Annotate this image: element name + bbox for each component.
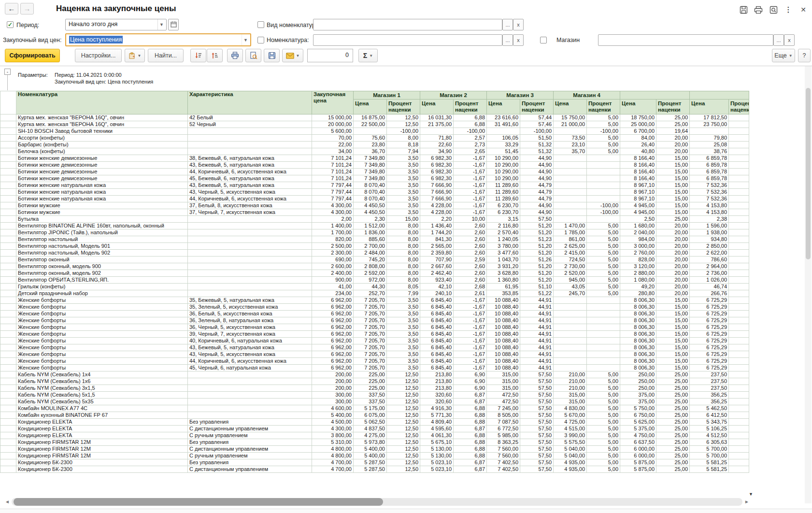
cell-value[interactable]: 3,50 — [387, 338, 420, 344]
period-combobox[interactable]: Начало этого дня ▼ — [65, 19, 167, 30]
cell-value[interactable]: 51,23 — [520, 236, 554, 243]
cell-value[interactable] — [729, 392, 749, 399]
cell-value[interactable]: 690,00 — [312, 256, 354, 263]
cell-value[interactable]: 7 666,90 — [420, 196, 454, 202]
nomenclature-select-button[interactable]: ... — [502, 34, 513, 46]
cell-value[interactable]: 57,50 — [520, 459, 554, 466]
cell-value[interactable]: -100,00 — [520, 128, 554, 135]
cell-value[interactable]: 972,00 — [354, 277, 387, 284]
cell-value[interactable]: 4 061,30 — [420, 432, 454, 439]
cell-value[interactable]: 2 462,40 — [420, 270, 454, 277]
table-row[interactable]: Ассорти (конфеты)70,0075,608,0071,802,57… — [0, 135, 749, 142]
cell-value[interactable]: -1,67 — [454, 202, 487, 209]
cell-value[interactable]: 16 031,30 — [420, 114, 454, 121]
cell-nomenclature[interactable]: Барбарис (конфеты) — [16, 142, 188, 148]
table-row[interactable]: Женские ботфорты35, Бежевый, 5, натураль… — [0, 297, 749, 304]
cell-value[interactable]: 15,00 — [656, 311, 690, 317]
cell-value[interactable]: 1 785,00 — [554, 229, 587, 236]
cell-value[interactable]: 6 845,40 — [420, 297, 454, 304]
table-row[interactable]: Ботинки женские натуральная кожа44, Кори… — [0, 196, 749, 202]
group-header-store4[interactable]: Магазин 4 — [554, 91, 620, 100]
cell-value[interactable]: 6,87 — [454, 459, 487, 466]
cell-value[interactable]: 10 088,40 — [487, 351, 520, 358]
cell-value[interactable]: 3,50 — [387, 209, 420, 216]
cell-value[interactable]: 6 982,30 — [420, 175, 454, 182]
cell-nomenclature[interactable]: Кабель NYM (Севкабель) 1x4 — [16, 371, 188, 378]
chevron-down-icon[interactable]: ▼ — [242, 34, 249, 45]
cell-value[interactable]: 8,00 — [387, 243, 420, 250]
cell-value[interactable]: 23,80 — [354, 142, 387, 148]
cell-value[interactable]: 4 228,00 — [420, 209, 454, 216]
cell-characteristic[interactable] — [188, 371, 312, 378]
cell-value[interactable]: 12,50 — [387, 114, 420, 121]
cell-value[interactable]: 3,50 — [387, 189, 420, 196]
cell-characteristic[interactable] — [188, 250, 312, 256]
cell-value[interactable]: 6 962,00 — [312, 338, 354, 344]
cell-value[interactable]: 4 515,00 — [554, 426, 587, 432]
cell-value[interactable]: 6 725,29 — [690, 324, 729, 331]
cell-value[interactable]: 57,50 — [520, 412, 554, 419]
cell-value[interactable] — [729, 290, 749, 297]
cell-value[interactable]: 5 106,25 — [690, 426, 729, 432]
cell-value[interactable] — [554, 331, 587, 338]
cell-value[interactable] — [587, 169, 620, 175]
cell-value[interactable]: 23 750,00 — [690, 121, 729, 128]
cell-value[interactable]: 5,00 — [587, 459, 620, 466]
table-row[interactable]: SH-10 BOSCH Завод бытовой техники5 600,0… — [0, 128, 749, 135]
cell-value[interactable]: 12,50 — [387, 426, 420, 432]
cell-nomenclature[interactable]: Комбайн кухонный BINATONE FP 67 — [16, 412, 188, 419]
cell-value[interactable]: 7 101,24 — [312, 175, 354, 182]
cell-value[interactable] — [554, 344, 587, 351]
cell-value[interactable]: 6 962,00 — [312, 331, 354, 338]
cell-value[interactable] — [587, 317, 620, 324]
cell-nomenclature[interactable]: Кондиционер FIRMSTAR 12M — [16, 439, 188, 446]
cell-characteristic[interactable]: 43, Черный, 5, искусственная кожа — [188, 351, 312, 358]
cell-value[interactable]: 8,00 — [387, 229, 420, 236]
cell-value[interactable]: 1 512,00 — [354, 223, 387, 229]
cell-characteristic[interactable]: 36, Белый, 5, искусственная кожа — [188, 311, 312, 317]
cell-characteristic[interactable] — [188, 270, 312, 277]
cell-value[interactable]: 5 040,00 — [554, 446, 587, 453]
cell-value[interactable]: 12,50 — [387, 466, 420, 473]
nomenclature-clear-button[interactable]: x — [513, 34, 524, 46]
cell-value[interactable] — [729, 128, 749, 135]
cell-value[interactable] — [487, 128, 520, 135]
cell-value[interactable]: -100,00 — [387, 128, 420, 135]
cell-value[interactable]: 5 670,00 — [554, 412, 587, 419]
cell-value[interactable]: 12,50 — [387, 371, 420, 378]
preview-button[interactable] — [245, 49, 261, 62]
cell-value[interactable]: 12,50 — [387, 459, 420, 466]
cell-value[interactable]: 200,00 — [312, 385, 354, 392]
cell-value[interactable] — [729, 459, 749, 466]
cell-value[interactable]: 25,00 — [656, 459, 690, 466]
cell-value[interactable] — [729, 223, 749, 229]
table-row[interactable]: Барбарис (конфеты)22,0023,808,1822,602,7… — [0, 142, 749, 148]
cell-value[interactable]: 44,91 — [520, 338, 554, 344]
cell-value[interactable]: 15,00 — [656, 317, 690, 324]
cell-value[interactable]: 7 087,50 — [487, 419, 520, 426]
cell-value[interactable]: 1 680,00 — [620, 223, 656, 229]
help-button[interactable]: ? — [798, 49, 811, 62]
cell-value[interactable]: 5 985,00 — [487, 432, 520, 439]
cell-value[interactable]: 7 101,24 — [312, 155, 354, 162]
cell-value[interactable]: 5 400,00 — [354, 453, 387, 459]
cell-value[interactable]: 15,00 — [656, 169, 690, 175]
cell-value[interactable]: 4 830,00 — [554, 405, 587, 412]
column-header-price[interactable]: Цена — [620, 100, 656, 114]
cell-value[interactable]: 5 700,00 — [690, 453, 729, 459]
cell-characteristic[interactable] — [188, 399, 312, 405]
cell-value[interactable]: 3,50 — [387, 196, 420, 202]
cell-value[interactable] — [729, 277, 749, 284]
cell-value[interactable]: 8 006,30 — [620, 317, 656, 324]
column-header-price[interactable]: Цена — [487, 100, 520, 114]
cell-value[interactable] — [729, 284, 749, 290]
cell-value[interactable]: 57,50 — [520, 439, 554, 446]
table-row[interactable]: Кабель NYM (Севкабель) 5x1,5300,00337,50… — [0, 392, 749, 399]
cell-value[interactable]: 8 505,00 — [487, 412, 520, 419]
cell-value[interactable]: 6,88 — [454, 405, 487, 412]
cell-value[interactable]: 5,00 — [587, 121, 620, 128]
cell-value[interactable]: 4 945,00 — [620, 202, 656, 209]
window-close-icon[interactable]: ✕ — [798, 5, 808, 14]
cell-value[interactable]: 57,50 — [520, 453, 554, 459]
cell-value[interactable] — [554, 338, 587, 344]
